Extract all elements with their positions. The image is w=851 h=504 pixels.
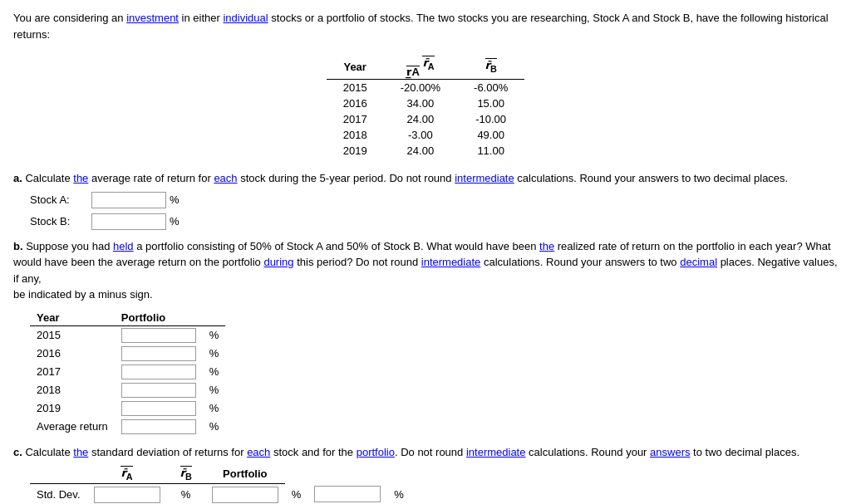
ra-cell: -20.00% bbox=[384, 80, 457, 96]
stock-b-row: Stock B: % bbox=[30, 213, 838, 230]
portfolio-row: 2018 % bbox=[30, 381, 225, 399]
portfolio-year-header: Year bbox=[30, 310, 115, 326]
std-dev-label: Std. Dev. bbox=[30, 483, 87, 504]
historical-returns-section: Year r̲A r̄A r̄B 2015 -20.00% -6.00% bbox=[13, 54, 838, 159]
std-dev-portfolio-input[interactable] bbox=[314, 486, 381, 502]
portfolio-return-header: Portfolio bbox=[115, 310, 203, 326]
portfolio-row: 2019 % bbox=[30, 399, 225, 418]
table-row: 2017 24.00 -10.00 bbox=[327, 111, 525, 127]
portfolio-return-input[interactable] bbox=[121, 328, 196, 343]
stock-a-label: Stock A: bbox=[30, 193, 88, 206]
portfolio-pct-cell: % bbox=[203, 418, 226, 436]
portfolio-input-cell bbox=[115, 325, 203, 345]
part-c-label: c. Calculate the standard deviation of r… bbox=[13, 444, 838, 461]
ra-cell: 24.00 bbox=[384, 143, 457, 159]
ra-header: r̲A r̄A bbox=[384, 54, 457, 80]
portfolio-return-input[interactable] bbox=[121, 419, 196, 434]
year-header: Year bbox=[327, 54, 384, 80]
std-dev-rb-header: r̄B bbox=[167, 465, 205, 483]
std-dev-portfolio-pct: % bbox=[387, 483, 411, 504]
portfolio-table: Year Portfolio 2015 % 2016 % 2017 % 2018… bbox=[30, 310, 225, 436]
rb-cell: 11.00 bbox=[457, 143, 524, 159]
portfolio-input-cell bbox=[115, 418, 203, 436]
portfolio-row: Average return % bbox=[30, 418, 225, 436]
year-cell: 2017 bbox=[327, 111, 384, 127]
portfolio-input-cell bbox=[115, 399, 203, 418]
stock-b-pct: % bbox=[170, 215, 180, 228]
portfolio-row: 2015 % bbox=[30, 325, 225, 345]
stock-a-input[interactable] bbox=[91, 192, 166, 208]
portfolio-return-input[interactable] bbox=[121, 383, 196, 398]
std-dev-rb-pct: % bbox=[285, 483, 308, 504]
std-dev-ra-input[interactable] bbox=[94, 487, 160, 503]
individual-highlight: individual bbox=[223, 12, 268, 24]
portfolio-return-input[interactable] bbox=[121, 346, 196, 361]
ra-cell: -3.00 bbox=[384, 127, 457, 143]
table-row: 2019 24.00 11.00 bbox=[327, 143, 525, 159]
portfolio-pct-cell: % bbox=[203, 345, 226, 363]
std-dev-blank-header bbox=[30, 465, 87, 483]
investment-highlight: investment bbox=[126, 12, 179, 24]
stock-b-input[interactable] bbox=[91, 213, 166, 230]
table-row: 2015 -20.00% -6.00% bbox=[327, 80, 525, 96]
rb-cell: -10.00 bbox=[457, 111, 524, 127]
std-dev-rb-input[interactable] bbox=[212, 487, 278, 503]
stock-a-row: Stock A: % bbox=[30, 192, 838, 208]
part-a-label: a. Calculate the average rate of return … bbox=[13, 170, 838, 187]
std-dev-portfolio-cell bbox=[307, 483, 387, 504]
portfolio-pct-cell: % bbox=[203, 325, 226, 345]
portfolio-pct-cell: % bbox=[203, 363, 226, 381]
historical-returns-table: Year r̲A r̄A r̄B 2015 -20.00% -6.00% bbox=[327, 54, 525, 159]
portfolio-year-cell: 2017 bbox=[30, 363, 115, 381]
portfolio-input-cell bbox=[115, 381, 203, 399]
portfolio-year-cell: 2016 bbox=[30, 345, 115, 363]
portfolio-year-cell: Average return bbox=[30, 418, 115, 436]
std-dev-ra-cell bbox=[87, 483, 167, 504]
year-cell: 2016 bbox=[327, 95, 384, 111]
std-dev-ra-pct: % bbox=[167, 483, 205, 504]
portfolio-pct-cell: % bbox=[203, 381, 226, 399]
std-dev-ra-header: r̄A bbox=[87, 465, 167, 483]
rb-cell: -6.00% bbox=[457, 80, 524, 96]
stock-b-label: Stock B: bbox=[30, 215, 88, 228]
intro-text: You are considering an investment in eit… bbox=[13, 10, 838, 42]
portfolio-input-cell bbox=[115, 345, 203, 363]
portfolio-row: 2016 % bbox=[30, 345, 225, 363]
portfolio-year-cell: 2019 bbox=[30, 399, 115, 418]
table-row: 2016 34.00 15.00 bbox=[327, 95, 525, 111]
ra-cell: 24.00 bbox=[384, 111, 457, 127]
year-cell: 2018 bbox=[327, 127, 384, 143]
year-cell: 2015 bbox=[327, 80, 384, 96]
portfolio-year-cell: 2015 bbox=[30, 325, 115, 345]
std-dev-row: Std. Dev. % % % bbox=[30, 483, 411, 504]
rb-cell: 15.00 bbox=[457, 95, 524, 111]
portfolio-row: 2017 % bbox=[30, 363, 225, 381]
std-dev-portfolio-header: Portfolio bbox=[205, 465, 285, 483]
year-cell: 2019 bbox=[327, 143, 384, 159]
portfolio-return-input[interactable] bbox=[121, 401, 196, 416]
portfolio-input-cell bbox=[115, 363, 203, 381]
stock-a-pct: % bbox=[170, 193, 180, 206]
std-dev-table: r̄A r̄B Portfolio Std. Dev. % % % bbox=[30, 465, 411, 504]
table-row: 2018 -3.00 49.00 bbox=[327, 127, 525, 143]
rb-header: r̄B bbox=[457, 54, 524, 80]
part-b-label: b. Suppose you had held a portfolio cons… bbox=[13, 238, 838, 303]
ra-cell: 34.00 bbox=[384, 95, 457, 111]
portfolio-return-input[interactable] bbox=[121, 365, 196, 379]
portfolio-pct-cell: % bbox=[203, 399, 226, 418]
rb-cell: 49.00 bbox=[457, 127, 524, 143]
portfolio-year-cell: 2018 bbox=[30, 381, 115, 399]
std-dev-rb-cell bbox=[205, 483, 285, 504]
